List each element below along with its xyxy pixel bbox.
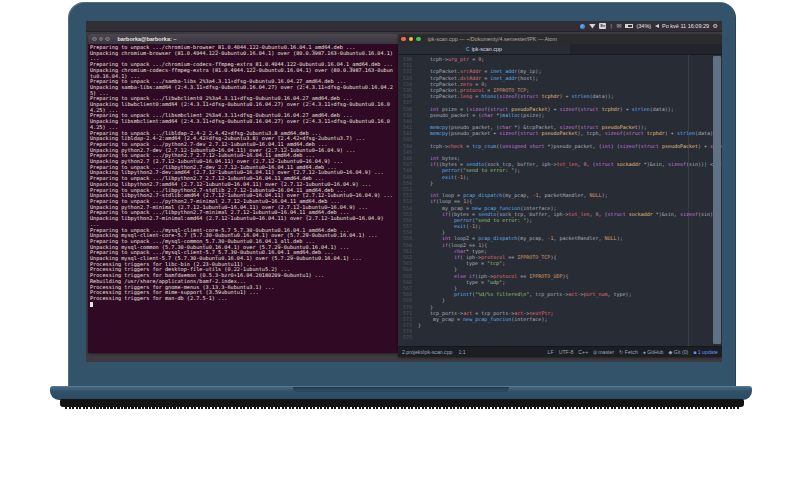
keyboard-layout-indicator[interactable]: En bbox=[599, 23, 606, 29]
terminal-line: Processing triggers for man-db (2.7.5-1)… bbox=[90, 296, 396, 302]
wrap-guide bbox=[688, 55, 689, 346]
status-item-label: Git (0) bbox=[674, 349, 688, 355]
status-cursor-position[interactable]: 1:1 bbox=[458, 349, 465, 355]
editor-scrollbar[interactable] bbox=[713, 56, 721, 344]
tab-label: ipk-scan.cpp bbox=[472, 46, 502, 52]
code-gutter: 5305315325335345355365375385395405415425… bbox=[398, 55, 415, 346]
terminal-minimize-button[interactable] bbox=[99, 37, 104, 42]
status-item-git-0-[interactable]: ◆Git (0) bbox=[668, 349, 688, 355]
desktop: En ᛒ ✉ (34%) Po kvě 11 16:09:29 ⚙ barbor… bbox=[86, 21, 722, 362]
mail-icon[interactable]: ✉ bbox=[616, 23, 621, 29]
app-indicator-icon[interactable] bbox=[580, 24, 585, 29]
laptop-mockup: En ᛒ ✉ (34%) Po kvě 11 16:09:29 ⚙ barbor… bbox=[0, 0, 800, 477]
atom-minimize-button[interactable] bbox=[409, 37, 414, 42]
laptop-bottom-strip bbox=[60, 399, 744, 407]
volume-icon[interactable] bbox=[655, 24, 659, 28]
status-file-path[interactable]: 2.projekt/ipk-scan.cpp bbox=[402, 349, 452, 355]
status-item-github[interactable]: ●GitHub bbox=[643, 349, 664, 355]
wifi-icon[interactable] bbox=[589, 24, 596, 29]
terminal-close-button[interactable] bbox=[92, 37, 97, 42]
clock[interactable]: Po kvě 11 16:09:29 bbox=[662, 23, 709, 29]
status-item-label: LF bbox=[548, 349, 554, 355]
session-gear-icon[interactable]: ⚙ bbox=[713, 23, 718, 29]
status-item-lf[interactable]: LF bbox=[548, 349, 554, 355]
terminal-line: Unpacking libpython2.7-minimal:amd64 (2.… bbox=[90, 216, 396, 227]
status-item-label: 1 update bbox=[698, 349, 718, 355]
status-item-label: master bbox=[598, 349, 614, 355]
line-number: 575 bbox=[398, 334, 412, 340]
status-item-fetch[interactable]: ↻Fetch bbox=[619, 349, 638, 355]
tab-ipk-scan-cpp[interactable]: C ipk-scan.cpp bbox=[398, 44, 570, 54]
code-editor[interactable]: 5305315325335345355365375385395405415425… bbox=[398, 55, 722, 346]
laptop-base bbox=[50, 386, 752, 400]
system-tray: En ᛒ ✉ (34%) Po kvě 11 16:09:29 ⚙ bbox=[580, 23, 722, 29]
atom-titlebar[interactable]: ipk-scan.cpp — ~/Dokumenty/4.semester/IP… bbox=[398, 34, 722, 44]
atom-close-button[interactable] bbox=[401, 37, 406, 42]
atom-maximize-button[interactable] bbox=[416, 37, 421, 42]
code-line: memcpy(pseudo_packet + sizeof(struct pse… bbox=[418, 130, 712, 136]
github-icon: ● bbox=[643, 350, 646, 355]
sync-icon: ↻ bbox=[619, 350, 623, 355]
status-item-label: GitHub bbox=[647, 349, 663, 355]
status-item-1-update[interactable]: ■1 update bbox=[693, 349, 718, 355]
terminal-body[interactable]: Preparing to unpack .../chromium-browser… bbox=[88, 44, 398, 353]
bluetooth-icon[interactable]: ᛒ bbox=[610, 24, 613, 29]
cpp-file-icon: C bbox=[466, 46, 470, 52]
laptop-lid-notch bbox=[293, 387, 509, 392]
atom-tab-bar: C ipk-scan.cpp bbox=[398, 44, 722, 55]
terminal-title: barborka@barborka: ~ bbox=[118, 36, 177, 42]
terminal-cursor bbox=[90, 302, 93, 307]
status-left: 2.projekt/ipk-scan.cpp 1:1 bbox=[402, 349, 466, 355]
atom-status-bar: 2.projekt/ipk-scan.cpp 1:1 LFUTF-8C++ψma… bbox=[398, 346, 722, 357]
status-item-master[interactable]: ψmaster bbox=[593, 349, 614, 355]
atom-window: ipk-scan.cpp — ~/Dokumenty/4.semester/IP… bbox=[398, 34, 722, 357]
keyboard-layout-label: En bbox=[601, 24, 606, 28]
git-branch-icon: ψ bbox=[593, 350, 597, 355]
terminal-window-buttons bbox=[92, 37, 110, 42]
status-item-c-[interactable]: C++ bbox=[578, 349, 588, 355]
terminal-line: Unpacking libsmbclient:amd64 (2:4.3.11+d… bbox=[90, 119, 396, 130]
terminal-window: barborka@barborka: ~ Preparing to unpack… bbox=[88, 34, 398, 353]
package-update-icon: ■ bbox=[693, 350, 696, 355]
status-item-utf-8[interactable]: UTF-8 bbox=[559, 349, 574, 355]
terminal-output: Preparing to unpack .../chromium-browser… bbox=[90, 45, 396, 302]
atom-window-title: ipk-scan.cpp — ~/Dokumenty/4.semester/IP… bbox=[428, 36, 558, 42]
battery-percentage: (34%) bbox=[636, 23, 651, 29]
status-item-label: C++ bbox=[578, 349, 588, 355]
code-line bbox=[418, 334, 712, 340]
battery-icon[interactable] bbox=[625, 24, 633, 29]
status-item-label: UTF-8 bbox=[559, 349, 574, 355]
code-line: tcph->check = tcp_csum((unsigned short *… bbox=[418, 143, 712, 149]
top-panel: En ᛒ ✉ (34%) Po kvě 11 16:09:29 ⚙ bbox=[86, 21, 722, 32]
status-right: LFUTF-8C++ψmaster↻Fetch●GitHub◆Git (0)■1… bbox=[548, 349, 718, 355]
code-lines: tcph->urg_ptr = 0;tcpPacket.srcAddr = in… bbox=[415, 55, 722, 346]
terminal-maximize-button[interactable] bbox=[105, 37, 110, 42]
git-commit-icon: ◆ bbox=[668, 350, 672, 355]
status-item-label: Fetch bbox=[625, 349, 638, 355]
terminal-titlebar[interactable]: barborka@barborka: ~ bbox=[88, 34, 398, 44]
